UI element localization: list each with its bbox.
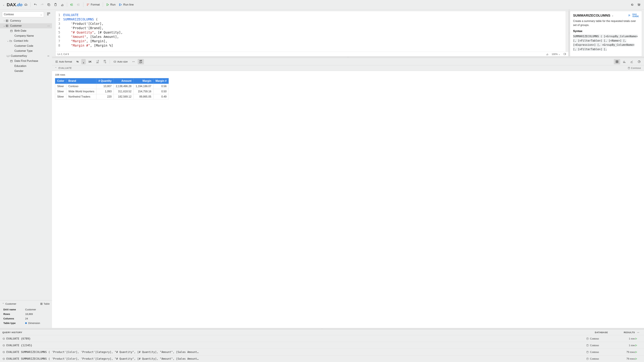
play-icon[interactable]	[635, 338, 637, 340]
history-more-icon[interactable]: ⋯	[635, 331, 642, 334]
history-title: QUERY HISTORY	[2, 331, 22, 334]
increase-decimal-button[interactable]: .00→0	[102, 59, 108, 64]
thousands-button[interactable]: ,	[81, 59, 86, 64]
chevron-up-icon[interactable]: ⌃	[2, 303, 4, 305]
fit-width-button[interactable]	[130, 59, 137, 64]
results-header-label: EVALUATE	[58, 67, 72, 69]
copy-button[interactable]	[46, 1, 52, 8]
tree-item[interactable]: ›Currency	[0, 18, 52, 23]
editor-scrollbar[interactable]	[566, 11, 568, 56]
cursor-position: Ln 2, Col 9	[58, 53, 69, 55]
zoom-level[interactable]: 100% ⌄	[552, 53, 560, 55]
svg-rect-12	[10, 60, 12, 62]
svg-rect-0	[48, 4, 50, 6]
svg-rect-8	[48, 14, 48, 15]
auto-size-button[interactable]: Auto size	[112, 59, 129, 64]
tree-item[interactable]: Customer Code	[0, 43, 52, 48]
svg-rect-14	[564, 53, 565, 55]
paste-button[interactable]	[52, 1, 59, 8]
history-icon	[2, 358, 5, 360]
thousands-k-button[interactable]: 1K	[87, 59, 93, 64]
undo-button[interactable]	[32, 1, 39, 8]
cloud-icon[interactable]	[22, 1, 29, 8]
pie-chart-button[interactable]	[636, 59, 642, 64]
tree-item[interactable]: Education	[0, 63, 52, 68]
format-label: Format	[91, 3, 100, 6]
play-icon[interactable]	[635, 344, 637, 347]
table-view-button[interactable]	[614, 59, 620, 64]
erase-button[interactable]	[59, 1, 66, 8]
help-syntax-label: Syntax	[573, 29, 639, 33]
database-icon	[628, 67, 630, 69]
redo-button[interactable]	[39, 1, 46, 8]
play-icon[interactable]	[635, 358, 637, 360]
text-wrap-button[interactable]: ABC↵	[138, 59, 144, 64]
wrap-icon[interactable]	[563, 53, 566, 55]
results-table[interactable]: ColorBrand# QuantityAmountMarginMargin #…	[55, 78, 169, 99]
auto-format-button[interactable]: Auto format	[54, 59, 74, 64]
play-icon[interactable]	[635, 351, 637, 353]
model-selected: Contoso	[4, 13, 14, 16]
svg-rect-16	[114, 61, 116, 62]
vertical-splitter[interactable]: ⋮	[568, 9, 570, 56]
svg-rect-7	[49, 13, 50, 14]
sliders-icon[interactable]	[636, 1, 642, 8]
history-col-results: RESULTS	[616, 331, 635, 334]
model-select[interactable]: Contoso ⌄	[2, 11, 44, 17]
code-editor[interactable]: 12345678 EVALUATESUMMARIZECOLUMNS ( 'Pro…	[55, 11, 568, 56]
app-logo[interactable]: DAX.do	[7, 2, 22, 7]
erase-small-icon[interactable]	[546, 53, 548, 55]
model-diagram-icon[interactable]	[45, 10, 52, 17]
tree-item[interactable]: Customer Type	[0, 48, 52, 53]
top-toolbar: ⌄ DAX.do Format Run Run line	[0, 0, 644, 9]
chevron-up-icon[interactable]: ⌃	[55, 67, 57, 69]
history-row[interactable]: EVALUATE {6789}Contoso1 row	[0, 335, 644, 342]
horizontal-splitter[interactable]: ⋯	[52, 56, 644, 58]
results-header: ⌃ EVALUATE Contoso	[52, 65, 644, 71]
svg-rect-10	[6, 25, 8, 27]
svg-rect-9	[6, 20, 8, 22]
tree-item[interactable]: ⌄Contact Info	[0, 38, 52, 43]
meta-type: Table	[44, 302, 50, 305]
chevron-down-icon[interactable]: ⌄	[612, 14, 614, 17]
svg-point-21	[587, 338, 588, 338]
tree-item[interactable]: Date First Purchase	[0, 58, 52, 63]
gear-icon[interactable]	[629, 1, 636, 8]
tree-item[interactable]: 123CustomerKey∞	[0, 53, 52, 58]
editor-code[interactable]: EVALUATESUMMARIZECOLUMNS ( 'Product'[Col…	[62, 11, 566, 56]
results-db: Contoso	[631, 67, 641, 69]
results-body: 108 rows ColorBrand# QuantityAmountMargi…	[52, 71, 644, 328]
decrease-decimal-button[interactable]: ←0.00	[94, 59, 100, 64]
indent-in-button[interactable]	[68, 1, 75, 8]
tree-item[interactable]: ⌄Customer⋯	[0, 23, 52, 28]
history-row[interactable]: EVALUATE {12345}Contoso1 row	[0, 342, 644, 349]
tree-item[interactable]: Birth Date	[0, 28, 52, 33]
model-tree[interactable]: ›Currency⌄Customer⋯Birth DateCompany Nam…	[0, 18, 52, 300]
history-icon	[2, 351, 5, 354]
svg-rect-17	[616, 60, 618, 63]
history-col-database: DATABASE	[586, 331, 616, 334]
history-icon	[2, 337, 5, 340]
svg-rect-6	[48, 13, 48, 14]
app-menu-caret[interactable]: ⌄	[2, 3, 7, 6]
indent-out-button[interactable]	[75, 1, 82, 8]
percent-button[interactable]: %	[75, 59, 80, 64]
metadata-panel: ⌃ Customer Table DAX nameCustomerRows18,…	[0, 300, 52, 328]
svg-point-3	[638, 4, 638, 4]
tree-item[interactable]: Company Name	[0, 33, 52, 38]
bar-chart-button[interactable]	[621, 59, 628, 64]
tree-item[interactable]: Gender	[0, 68, 52, 73]
dax-guide-link[interactable]: DAXGUIDE	[628, 13, 639, 17]
svg-rect-11	[10, 30, 12, 32]
run-line-button[interactable]: Run line	[117, 1, 135, 8]
svg-point-23	[587, 345, 588, 345]
history-row[interactable]: EVALUATE SUMMARIZECOLUMNS ( 'Product'[Co…	[0, 349, 644, 355]
format-button[interactable]: Format	[85, 1, 102, 8]
history-splitter[interactable]: ⋯	[0, 328, 644, 329]
help-panel: SUMMARIZECOLUMNS ⌄ DAXGUIDE Create a sum…	[570, 11, 642, 56]
run-button[interactable]: Run	[104, 1, 117, 8]
query-history-panel: QUERY HISTORY DATABASE RESULTS ⋯ EVALUAT…	[0, 329, 644, 362]
table-icon	[40, 303, 42, 305]
line-chart-button[interactable]	[628, 59, 635, 64]
history-row[interactable]: EVALUATE SUMMARIZECOLUMNS ( 'Product'[Co…	[0, 355, 644, 362]
